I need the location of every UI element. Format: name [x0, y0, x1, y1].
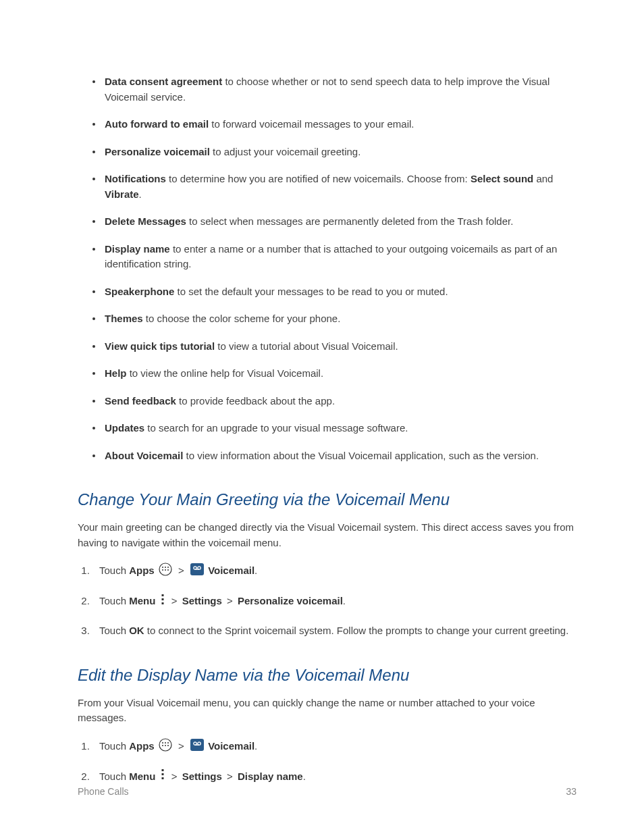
item-option-1: Select sound: [471, 173, 533, 184]
svg-point-2: [165, 567, 166, 568]
step-item: Touch Menu > Settings > Display name.: [92, 768, 576, 786]
item-label: Display name: [105, 243, 170, 255]
voicemail-label: Voicemail: [205, 565, 254, 576]
voicemail-icon: [190, 739, 204, 756]
item-option-2: Vibrate: [105, 188, 139, 200]
list-item: Delete Messages to select when messages …: [105, 214, 576, 230]
list-item: View quick tips tutorial to view a tutor…: [105, 339, 576, 355]
footer-page-number: 33: [566, 786, 576, 797]
item-label: View quick tips tutorial: [105, 340, 215, 352]
document-page: Data consent agreement to choose whether…: [0, 0, 644, 834]
chevron-right: >: [227, 595, 236, 606]
apps-icon: [159, 563, 172, 581]
chevron-right: >: [176, 565, 187, 576]
item-text: to enter a name or a number that is atta…: [105, 243, 557, 270]
step-item: Touch Apps > Voicemail.: [92, 738, 576, 756]
step-item: Touch Menu > Settings > Personalize voic…: [92, 593, 576, 610]
item-text: to adjust your voicemail greeting.: [210, 146, 360, 157]
svg-point-15: [162, 742, 163, 744]
item-text: to choose the color scheme for your phon…: [143, 313, 341, 324]
settings-label: Settings: [182, 771, 222, 782]
item-label: Auto forward to email: [105, 118, 209, 130]
list-item: Display name to enter a name or a number…: [105, 242, 576, 272]
period: .: [254, 740, 257, 752]
menu-overflow-icon: [160, 768, 165, 785]
period: .: [303, 771, 306, 782]
settings-bullet-list: Data consent agreement to choose whether…: [78, 74, 576, 463]
period: .: [343, 595, 346, 606]
svg-rect-25: [161, 769, 163, 771]
section-intro: From your Visual Voicemail menu, you can…: [78, 696, 576, 726]
steps-list-change-greeting: Touch Apps > Voicemail. Touch Menu > Set…: [78, 563, 576, 639]
item-text: to search for an upgrade to your visual …: [144, 422, 408, 434]
item-label: Personalize voicemail: [105, 146, 210, 157]
item-label: Speakerphone: [105, 286, 174, 297]
list-item: Speakerphone to set the default your mes…: [105, 284, 576, 300]
svg-point-18: [162, 745, 163, 746]
svg-point-6: [167, 569, 169, 571]
list-item: Send feedback to provide feedback about …: [105, 394, 576, 409]
step-text: Touch: [99, 740, 129, 752]
svg-point-1: [162, 567, 163, 568]
svg-rect-11: [161, 594, 163, 596]
apps-label: Apps: [129, 740, 155, 752]
step-text: Touch: [99, 771, 129, 782]
list-item: Notifications to determine how you are n…: [105, 172, 576, 202]
ok-label: OK: [129, 625, 144, 636]
section-intro: Your main greeting can be changed direct…: [78, 520, 576, 550]
list-item: Auto forward to email to forward voicema…: [105, 117, 576, 132]
menu-overflow-icon: [160, 594, 165, 610]
footer-section-title: Phone Calls: [78, 786, 129, 797]
item-label: Updates: [105, 422, 144, 434]
item-text: to view a tutorial about Visual Voicemai…: [215, 340, 398, 352]
section-heading-change-greeting: Change Your Main Greeting via the Voicem…: [78, 490, 576, 509]
list-item: Personalize voicemail to adjust your voi…: [105, 145, 576, 160]
step-tail: to connect to the Sprint voicemail syste…: [144, 625, 569, 636]
chevron-right: >: [169, 595, 180, 606]
chevron-right: >: [169, 771, 180, 782]
item-tail: .: [139, 188, 142, 200]
item-label: Send feedback: [105, 395, 176, 407]
svg-point-20: [167, 745, 169, 746]
item-text: to select when messages are permanently …: [186, 215, 513, 227]
settings-label: Settings: [182, 595, 225, 606]
apps-icon: [159, 738, 172, 756]
svg-point-19: [165, 745, 166, 746]
svg-point-5: [165, 569, 166, 571]
item-text: to determine how you are notified of new…: [166, 173, 471, 184]
display-name-label: Display name: [238, 771, 303, 782]
personalize-label: Personalize voicemail: [238, 595, 343, 606]
steps-list-edit-display-name: Touch Apps > Voicemail. Touch Menu > Set…: [78, 738, 576, 786]
list-item: Themes to choose the color scheme for yo…: [105, 311, 576, 327]
item-label: Themes: [105, 313, 143, 324]
menu-label: Menu: [129, 771, 155, 782]
voicemail-label: Voicemail: [205, 740, 254, 752]
apps-label: Apps: [129, 565, 155, 576]
item-label: Delete Messages: [105, 215, 186, 227]
step-text: Touch: [99, 625, 129, 636]
voicemail-icon: [190, 563, 204, 580]
chevron-right: >: [176, 740, 187, 752]
svg-point-4: [162, 569, 163, 571]
section-heading-edit-display-name: Edit the Display Name via the Voicemail …: [78, 666, 576, 685]
item-mid: and: [533, 173, 553, 184]
period: .: [254, 565, 257, 576]
item-text: to view information about the Visual Voi…: [183, 450, 539, 461]
svg-rect-13: [161, 602, 163, 604]
menu-label: Menu: [129, 595, 155, 606]
step-item: Touch OK to connect to the Sprint voicem…: [92, 623, 576, 639]
item-text: to provide feedback about the app.: [176, 395, 335, 407]
list-item: Help to view the online help for Visual …: [105, 366, 576, 382]
chevron-right: >: [224, 771, 236, 782]
svg-rect-12: [161, 598, 163, 600]
item-text: to view the online help for Visual Voice…: [127, 367, 324, 379]
item-label: Help: [105, 367, 127, 379]
step-text: Touch: [99, 565, 129, 576]
svg-point-3: [167, 567, 169, 568]
page-footer: Phone Calls 33: [78, 786, 576, 797]
item-label: Data consent agreement: [105, 76, 222, 87]
svg-rect-26: [161, 773, 163, 775]
item-text: to forward voicemail messages to your em…: [209, 118, 414, 130]
svg-rect-27: [161, 777, 163, 779]
list-item: About Voicemail to view information abou…: [105, 448, 576, 464]
